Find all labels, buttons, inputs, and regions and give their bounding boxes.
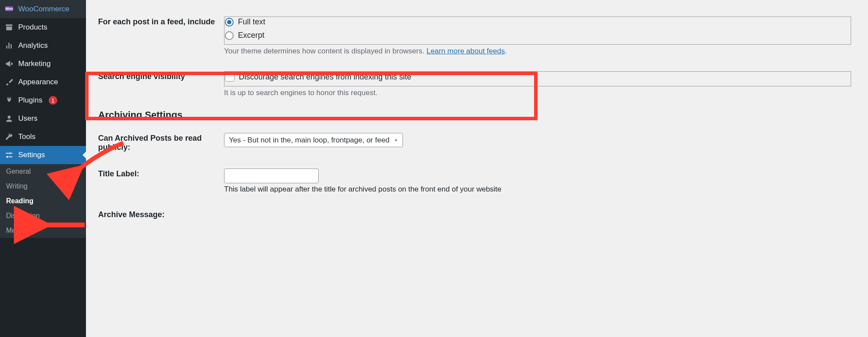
- settings-reading-page: For each post in a feed, include Full te…: [86, 0, 868, 337]
- sidebar-item-label: WooCommerce: [18, 5, 69, 13]
- row-archive-message: Archive Message:: [98, 202, 856, 228]
- option-label: Full text: [238, 17, 265, 26]
- row-label: Search engine visibility: [98, 63, 220, 105]
- sidebar-item-appearance[interactable]: Appearance: [0, 73, 86, 91]
- sidebar-item-users[interactable]: Users: [0, 109, 86, 128]
- submenu-item-general[interactable]: General: [0, 164, 86, 179]
- sidebar-item-woocommerce[interactable]: Woo WooCommerce: [0, 0, 86, 18]
- title-label-description: This label will appear after the title f…: [224, 185, 851, 194]
- sidebar-item-label: Marketing: [18, 59, 51, 68]
- woocommerce-icon: Woo: [4, 4, 14, 14]
- reading-settings-table: For each post in a feed, include Full te…: [98, 9, 856, 105]
- plug-icon: [4, 96, 14, 105]
- learn-more-feeds-link[interactable]: Learn more about feeds: [426, 47, 505, 55]
- users-icon: [4, 114, 14, 123]
- row-feed-content: For each post in a feed, include Full te…: [98, 9, 856, 63]
- megaphone-icon: [4, 59, 14, 69]
- submenu-item-discussion[interactable]: Discussion: [0, 208, 86, 223]
- row-title-label: Title Label: This label will appear afte…: [98, 161, 856, 202]
- sidebar-item-label: Analytics: [18, 41, 48, 50]
- submenu-item-reading[interactable]: Reading: [0, 194, 86, 208]
- row-label: Title Label:: [98, 161, 220, 202]
- radio-icon[interactable]: [225, 18, 234, 26]
- option-excerpt[interactable]: Excerpt: [225, 31, 851, 40]
- submenu-item-writing[interactable]: Writing: [0, 179, 86, 194]
- title-label-input[interactable]: [224, 168, 319, 183]
- sidebar-item-plugins[interactable]: Plugins 1: [0, 91, 86, 109]
- sidebar-item-label: Plugins: [18, 96, 43, 105]
- chart-icon: [4, 41, 14, 50]
- feed-description: Your theme determines how content is dis…: [224, 47, 851, 56]
- row-archived-public: Can Archived Posts be read publicly: Yes…: [98, 125, 856, 161]
- settings-submenu: General Writing Reading Discussion Media: [0, 164, 86, 238]
- archiving-settings-heading: Archiving Settings: [98, 105, 856, 125]
- discourage-indexing-option[interactable]: Discourage search engines from indexing …: [225, 72, 851, 82]
- sliders-icon: [4, 150, 14, 160]
- sidebar-item-products[interactable]: Products: [0, 18, 86, 36]
- sidebar-item-analytics[interactable]: Analytics: [0, 36, 86, 55]
- sidebar-item-marketing[interactable]: Marketing: [0, 55, 86, 73]
- row-label: Archive Message:: [98, 202, 220, 228]
- period: .: [505, 47, 507, 55]
- visibility-options: Discourage search engines from indexing …: [224, 71, 851, 87]
- submenu-item-media[interactable]: Media: [0, 223, 86, 238]
- row-search-visibility: Search engine visibility Discourage sear…: [98, 63, 856, 105]
- description-text: Your theme determines how content is dis…: [224, 47, 426, 55]
- sidebar-item-label: Appearance: [18, 78, 58, 86]
- archive-icon: [4, 23, 14, 32]
- radio-icon[interactable]: [225, 31, 234, 40]
- option-label: Discourage search engines from indexing …: [239, 73, 411, 82]
- sidebar-item-label: Users: [18, 114, 37, 123]
- feed-content-options: Full text Excerpt: [224, 17, 851, 45]
- row-label: For each post in a feed, include: [98, 9, 220, 63]
- option-full-text[interactable]: Full text: [225, 17, 851, 26]
- sidebar-item-label: Products: [18, 23, 47, 32]
- archiving-settings-table: Can Archived Posts be read publicly: Yes…: [98, 125, 856, 228]
- svg-text:Woo: Woo: [5, 7, 13, 11]
- sidebar-item-settings[interactable]: Settings: [0, 146, 86, 164]
- row-label: Can Archived Posts be read publicly:: [98, 125, 220, 161]
- admin-sidebar: Woo WooCommerce Products Analytics Marke…: [0, 0, 86, 337]
- archived-public-select[interactable]: Yes - But not in the, main loop, frontpa…: [224, 133, 403, 147]
- sidebar-item-tools[interactable]: Tools: [0, 128, 86, 146]
- brush-icon: [4, 77, 14, 87]
- plugins-update-badge: 1: [49, 96, 57, 105]
- visibility-description: It is up to search engines to honor this…: [224, 89, 851, 97]
- wrench-icon: [4, 132, 14, 142]
- option-label: Excerpt: [238, 31, 264, 40]
- sidebar-item-label: Tools: [18, 132, 36, 141]
- checkbox-icon[interactable]: [225, 72, 234, 82]
- sidebar-item-label: Settings: [18, 151, 45, 159]
